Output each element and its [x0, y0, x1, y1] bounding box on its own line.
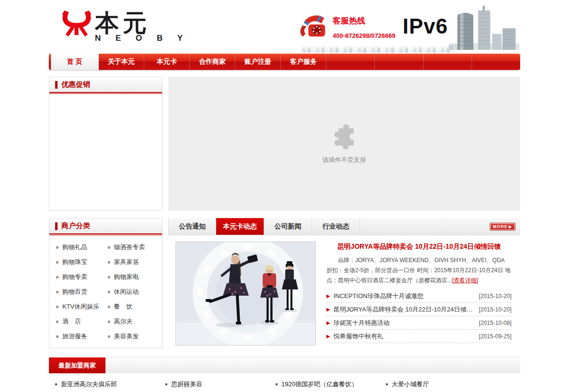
nav-item-empty — [424, 54, 472, 70]
plugin-message: 该插件不受支持 — [323, 156, 366, 164]
bullet-icon — [386, 383, 388, 385]
news-item[interactable]: ▶ 悦希服饰中秋有礼 [2015-09-25] — [326, 330, 511, 343]
news-tab-content: 昆明JORYA等品牌特卖会 10月22日-10月24日倾情回馈 品牌：JORYA… — [168, 235, 520, 346]
main-nav: 首 页 关于本元 本元卡 合作商家 账户注册 客户服务 — [49, 54, 520, 70]
category-item[interactable]: 酒 店 — [56, 317, 108, 326]
nav-item-card[interactable]: 本元卡 — [144, 54, 190, 70]
featured-title[interactable]: 昆明JORYA等品牌特卖会 10月22日-10月24日倾情回馈 — [326, 242, 511, 251]
red-bar-icon — [55, 222, 58, 230]
news-date: [2015-10-08] — [475, 320, 511, 326]
categories-title: 商户分类 — [61, 221, 90, 231]
city-skyline-strip — [302, 46, 454, 53]
merchants-list: 新亚洲高尔夫俱乐部 思妍丽美容 1920德国岁吧（亿鑫餐饮） 大爱小城餐厅 — [49, 373, 520, 389]
hotline-number: 400-8726298/0726669 — [333, 32, 395, 39]
category-item[interactable]: 休闲运动 — [108, 288, 160, 296]
category-item[interactable]: 购物礼品 — [56, 243, 108, 252]
tab-industry-news[interactable]: 行业动态 — [312, 218, 360, 235]
bullet-icon — [108, 276, 110, 278]
fashion-photo[interactable] — [175, 242, 316, 346]
categories-box: 商户分类 购物礼品 烟酒茶专卖 购物珠宝 家具家居 购物专卖 购物家电 购物百货… — [49, 218, 163, 348]
ipv6-text: IPv6 — [403, 14, 448, 38]
news-tabs: 公告通知 本元卡动态 公司新闻 行业动态 MORE▶ — [168, 218, 520, 235]
bullet-icon — [276, 383, 278, 385]
promo-body — [49, 94, 162, 208]
nav-item-empty — [375, 54, 423, 70]
merchants-section: 最新加盟商家 新亚洲高尔夫俱乐部 思妍丽美容 1920德国岁吧（亿鑫餐饮） 大爱… — [49, 357, 520, 389]
category-item[interactable]: 购物家电 — [108, 273, 160, 281]
page: 本元 N E O B Y 客服热线 400-8726298/0726669 IP… — [49, 0, 520, 389]
bullet-icon — [108, 335, 110, 338]
category-item[interactable]: KTV休闲娱乐 — [56, 302, 108, 311]
nav-item-service[interactable]: 客户服务 — [281, 54, 326, 70]
category-item[interactable]: 高尔夫 — [108, 317, 160, 326]
tab-card-news[interactable]: 本元卡动态 — [216, 218, 264, 235]
arrow-bullet-icon: ▶ — [326, 293, 330, 299]
category-item[interactable]: 购物专卖 — [56, 273, 108, 281]
categories-header: 商户分类 — [49, 219, 162, 234]
nav-item-empty — [326, 54, 375, 70]
more-button[interactable]: MORE▶ — [490, 223, 515, 231]
news-item[interactable]: ▶ 昆明JORYA等品牌特卖会 10月22日-10月24日倾情回馈 [2015-… — [326, 303, 511, 316]
news-date: [2015-10-20] — [475, 306, 511, 313]
featured-article: 昆明JORYA等品牌特卖会 10月22日-10月24日倾情回馈 品牌：JORYA… — [326, 242, 511, 346]
category-item[interactable]: 餐 饮 — [108, 302, 160, 311]
bullet-icon — [108, 291, 110, 293]
merchant-item[interactable]: 思妍丽美容 — [165, 380, 276, 389]
nav-item-register[interactable]: 账户注册 — [235, 54, 281, 70]
nav-item-home[interactable]: 首 页 — [51, 54, 99, 70]
nav-item-partners[interactable]: 合作商家 — [190, 54, 235, 70]
bullet-icon — [55, 383, 57, 385]
phone-icon — [298, 12, 328, 39]
nav-item-empty — [472, 54, 520, 70]
category-item[interactable]: 购物珠宝 — [56, 258, 108, 266]
featured-body: 品牌：JORYA、JORYA WEEKEND、GIVH SHYH、AIVEI、Q… — [326, 255, 511, 286]
bullet-icon — [56, 261, 58, 264]
category-item[interactable]: 家具家居 — [108, 258, 160, 266]
news-list: ▶ INCEPTION珍珠品牌十月诚邀您 [2015-10-20] ▶ 昆明JO… — [326, 289, 511, 343]
news-item[interactable]: ▶ 珍妮芙十月特惠活动 [2015-10-08] — [326, 316, 511, 330]
buildings-image — [448, 6, 520, 53]
bullet-icon — [108, 246, 110, 249]
puzzle-icon — [331, 123, 357, 149]
category-item[interactable]: 购物百货 — [56, 288, 108, 296]
site-header: 本元 N E O B Y 客服热线 400-8726298/0726669 IP… — [49, 4, 520, 54]
arrow-bullet-icon: ▶ — [326, 320, 330, 325]
bullet-icon — [56, 321, 58, 323]
logo-cn-text: 本元 — [95, 11, 189, 35]
news-date: [2015-09-25] — [475, 333, 511, 340]
arrow-bullet-icon: ▶ — [326, 307, 330, 312]
category-item[interactable]: 旅游服务 — [56, 332, 108, 341]
arrow-bullet-icon: ▶ — [326, 334, 330, 339]
view-detail-link[interactable]: [查看详细] — [452, 277, 478, 284]
category-item[interactable]: 美容美发 — [108, 332, 160, 341]
promo-box: 优惠促销 — [49, 77, 163, 211]
bullet-icon — [108, 321, 110, 323]
bullet-icon — [56, 291, 58, 293]
bullet-icon — [56, 306, 58, 308]
merchant-item[interactable]: 1920德国岁吧（亿鑫餐饮） — [276, 380, 386, 389]
merchant-item[interactable]: 新亚洲高尔夫俱乐部 — [55, 380, 165, 389]
tab-announcements[interactable]: 公告通知 — [168, 218, 216, 235]
bullet-icon — [108, 306, 110, 308]
hotline-label: 客服热线 — [333, 15, 395, 26]
category-list: 购物礼品 烟酒茶专卖 购物珠宝 家具家居 购物专卖 购物家电 购物百货 休闲运动… — [49, 235, 162, 341]
bullet-icon — [56, 246, 58, 249]
merchant-item[interactable]: 大爱小城餐厅 — [386, 380, 520, 389]
promo-header: 优惠促销 — [49, 77, 162, 93]
plugin-placeholder: 该插件不受支持 — [168, 77, 520, 211]
hotline: 客服热线 400-8726298/0726669 — [298, 12, 395, 39]
bullet-icon — [56, 276, 58, 278]
merchants-header: 最新加盟商家 — [49, 357, 520, 373]
merchants-title-badge: 最新加盟商家 — [49, 357, 105, 374]
logo[interactable]: 本元 N E O B Y — [61, 11, 189, 43]
bullet-icon — [165, 383, 167, 385]
arrow-right-icon: ▶ — [509, 224, 512, 229]
news-item[interactable]: ▶ INCEPTION珍珠品牌十月诚邀您 [2015-10-20] — [326, 289, 511, 303]
neoby-bull-logo-icon — [61, 11, 92, 40]
nav-item-about[interactable]: 关于本元 — [99, 54, 144, 70]
promo-title: 优惠促销 — [61, 80, 90, 89]
tab-company-news[interactable]: 公司新闻 — [264, 218, 312, 235]
bullet-icon — [108, 261, 110, 264]
category-item[interactable]: 烟酒茶专卖 — [108, 243, 160, 252]
news-panel: 公告通知 本元卡动态 公司新闻 行业动态 MORE▶ — [168, 218, 520, 348]
